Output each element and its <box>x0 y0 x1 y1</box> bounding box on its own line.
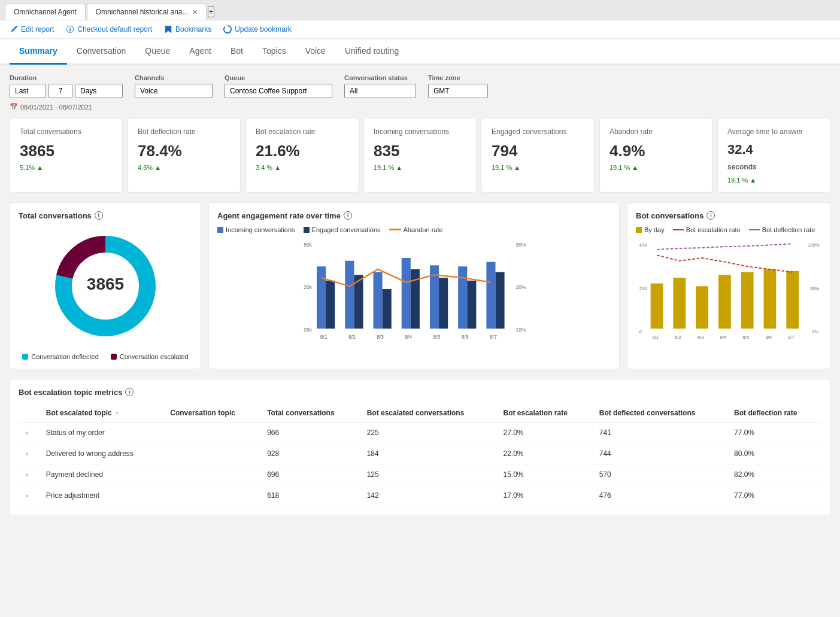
deflected-cell-3: 476 <box>592 485 727 506</box>
col-escalated: Bot escalated conversations <box>360 404 496 423</box>
abandon-color <box>389 229 401 230</box>
channels-select[interactable]: Voice <box>135 84 213 98</box>
duration-unit-select[interactable]: Days <box>75 84 123 98</box>
checkout-report-button[interactable]: Checkout default report <box>66 25 152 34</box>
duration-filter: Duration Last Days <box>10 74 123 98</box>
bot-deflection-label: Bot deflection rate <box>762 226 815 233</box>
svg-text:8/3: 8/3 <box>377 334 384 340</box>
data-table: Bot escalated topic ↑ Conversation topic… <box>19 404 821 506</box>
total-cell-1: 928 <box>260 443 360 464</box>
col-deflection-rate: Bot deflection rate <box>727 404 821 423</box>
svg-rect-9 <box>326 281 335 329</box>
donut-info-icon[interactable]: i <box>95 211 103 220</box>
kpi-value-2: 21.6% <box>256 142 348 160</box>
toolbar: Edit report Checkout default report Book… <box>0 20 840 39</box>
escalated-cell-2: 125 <box>360 464 496 485</box>
svg-text:10%: 10% <box>516 327 526 333</box>
duration-value-input[interactable] <box>48 84 72 98</box>
tab-agent[interactable]: Agent <box>180 39 221 65</box>
channels-dropdown[interactable]: Voice <box>140 87 170 95</box>
escalation-rate-cell-0: 27.0% <box>496 422 592 443</box>
timezone-select[interactable]: GMT <box>428 84 488 98</box>
tab-summary[interactable]: Summary <box>10 39 67 65</box>
expand-btn-1[interactable]: › <box>26 450 28 457</box>
svg-text:8/4: 8/4 <box>720 335 727 340</box>
deflected-cell-2: 570 <box>592 464 727 485</box>
tab-bot[interactable]: Bot <box>221 39 253 65</box>
browser-tab-agent[interactable]: Omnichannel Agent <box>5 4 86 20</box>
engagement-info-icon[interactable]: i <box>344 211 352 220</box>
svg-text:25k: 25k <box>304 284 312 290</box>
deflection-rate-cell-1: 80.0% <box>727 443 821 464</box>
close-tab-icon[interactable]: ✕ <box>192 8 198 16</box>
engagement-svg: 50k 25k 25k 30% 20% 10% <box>217 238 611 340</box>
duration-prefix-select[interactable]: Last <box>10 84 46 98</box>
kpi-title-3: Incoming conversations <box>374 127 466 137</box>
svg-text:50k: 50k <box>304 242 312 248</box>
table-row: › Status of my order 966 225 27.0% 741 7… <box>19 422 821 443</box>
svg-rect-10 <box>345 261 354 329</box>
kpi-value-1: 78.4% <box>138 142 231 160</box>
svg-text:8/4: 8/4 <box>405 334 412 340</box>
total-cell-3: 618 <box>260 485 360 506</box>
svg-text:8/3: 8/3 <box>698 335 704 340</box>
svg-text:8/5: 8/5 <box>743 335 750 340</box>
engagement-chart-title: Agent engagement rate over time i <box>217 211 611 220</box>
checkout-label: Checkout default report <box>77 25 152 34</box>
legend-bot-escalation: Bot escalation rate <box>673 226 741 233</box>
kpi-title-5: Abandon rate <box>609 127 702 137</box>
queue-filter: Queue Contoso Coffee Support <box>225 74 332 98</box>
svg-rect-17 <box>439 278 448 329</box>
queue-dropdown[interactable]: Contoso Coffee Support <box>230 87 319 95</box>
tab-topics[interactable]: Topics <box>253 39 296 65</box>
expand-btn-3[interactable]: › <box>26 492 28 499</box>
deflected-cell-1: 744 <box>592 443 727 464</box>
conv-topic-cell-0 <box>163 422 260 443</box>
timezone-dropdown[interactable]: GMT <box>433 87 462 95</box>
col-topic[interactable]: Bot escalated topic ↑ <box>39 404 163 423</box>
date-range-text: 08/01/2021 - 08/07/2021 <box>20 104 92 111</box>
new-tab-button[interactable]: + <box>208 6 215 17</box>
browser-tabs: Omnichannel Agent Omnichannel historical… <box>0 0 840 20</box>
deflection-rate-cell-2: 82.0% <box>727 464 821 485</box>
table-title: Bot escalation topic metrics <box>19 388 122 397</box>
expand-btn-0[interactable]: › <box>26 429 28 436</box>
svg-rect-21 <box>496 272 505 328</box>
tab-queue[interactable]: Queue <box>135 39 180 65</box>
bot-chart-card: Bot conversations i By day Bot escalatio… <box>627 202 830 369</box>
kpi-title-4: Engaged conversations <box>492 127 584 137</box>
donut-svg: 3865 <box>46 226 165 346</box>
edit-report-button[interactable]: Edit report <box>10 25 54 34</box>
tab-label-agent: Omnichannel Agent <box>14 8 77 16</box>
expand-cell-1: › <box>19 443 39 464</box>
deflected-label: Conversation deflected <box>31 353 99 360</box>
expand-cell-0: › <box>19 422 39 443</box>
sort-icon: ↑ <box>116 410 119 417</box>
bookmarks-button[interactable]: Bookmarks <box>164 25 211 34</box>
table-head: Bot escalated topic ↑ Conversation topic… <box>19 404 821 423</box>
svg-text:30%: 30% <box>516 242 526 248</box>
tab-conversation[interactable]: Conversation <box>67 39 136 65</box>
update-bookmark-button[interactable]: Update bookmark <box>223 25 292 34</box>
duration-controls: Last Days <box>10 84 123 98</box>
svg-rect-35 <box>651 283 663 329</box>
svg-rect-18 <box>458 266 467 329</box>
duration-prefix-dropdown[interactable]: Last <box>15 87 41 95</box>
kpi-arrow-3: ▲ <box>396 164 402 171</box>
queue-select[interactable]: Contoso Coffee Support <box>225 84 332 98</box>
kpi-change-5: 19.1 % ▲ <box>609 164 702 171</box>
kpi-row: Total conversations 3865 5.1% ▲ Bot defl… <box>10 118 830 193</box>
bot-info-icon[interactable]: i <box>706 211 715 220</box>
browser-tab-historical[interactable]: Omnichannel historical ana... ✕ <box>87 4 207 20</box>
conv-status-dropdown[interactable]: All <box>350 87 370 95</box>
svg-rect-13 <box>383 289 392 329</box>
engagement-legend: Incoming conversations Engaged conversat… <box>217 226 611 233</box>
conv-status-select[interactable]: All <box>344 84 416 98</box>
tab-unified-routing[interactable]: Unified routing <box>335 39 408 65</box>
kpi-title-1: Bot deflection rate <box>138 127 231 137</box>
expand-cell-2: › <box>19 464 39 485</box>
tab-voice[interactable]: Voice <box>296 39 335 65</box>
table-info-icon[interactable]: i <box>125 388 134 396</box>
expand-btn-2[interactable]: › <box>26 471 28 478</box>
duration-unit-dropdown[interactable]: Days <box>80 87 109 95</box>
